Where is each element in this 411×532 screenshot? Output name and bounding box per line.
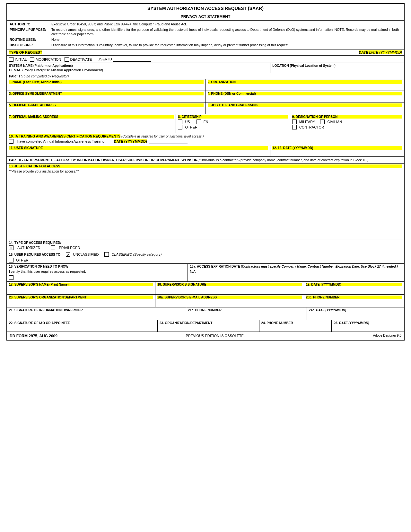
- other-access-checkbox[interactable]: [9, 258, 13, 262]
- field20b-input[interactable]: [306, 299, 402, 306]
- deactivate-checkbox[interactable]: [65, 57, 69, 62]
- field23-input[interactable]: [160, 325, 257, 331]
- citizenship-fn-label: FN: [204, 120, 208, 124]
- ia-date-input[interactable]: [149, 139, 188, 144]
- field1-input[interactable]: [9, 84, 204, 90]
- ia-checkbox[interactable]: [9, 139, 13, 144]
- field20b-cell: 20b. PHONE NUMBER: [304, 295, 404, 307]
- location-cell: LOCATION (Physical Location of System): [270, 63, 404, 73]
- field6-input[interactable]: [208, 107, 402, 113]
- authorized-checkbox[interactable]: [9, 245, 13, 250]
- field16a-value: N/A: [190, 270, 402, 273]
- field15-label: 15. USER REQUIRES ACCESS TO:: [9, 253, 61, 256]
- principal-purpose-label: PRINCIPAL PURPOSE:: [10, 27, 51, 37]
- field21b-input[interactable]: [309, 312, 402, 319]
- modification-checkbox-row: MODIFICATION: [30, 57, 61, 62]
- justification-content[interactable]: **Please provide your justification for …: [9, 168, 402, 239]
- field5-input[interactable]: [9, 107, 204, 113]
- field22-input[interactable]: [9, 325, 155, 331]
- citizenship-other-checkbox[interactable]: [178, 125, 182, 129]
- part2-header: PART II - ENDORSEMENT OF ACCESS BY INFOR…: [7, 157, 404, 164]
- row-22-23-24-25: 22. SIGNATURE OF IAO OR APPOINTEE 23. OR…: [7, 320, 404, 332]
- deactivate-label: DEACTIVATE: [70, 58, 92, 61]
- modification-checkbox[interactable]: [30, 57, 34, 62]
- citizenship-options: US FN OTHER: [178, 120, 288, 129]
- field7-input[interactable]: [9, 119, 174, 132]
- ia-date-label: DATE (YYYYMMDD): [114, 139, 147, 143]
- field25-label: 25. DATE (YYYYMMDD): [334, 321, 402, 325]
- field2-cell: 2. ORGANIZATION: [206, 79, 404, 91]
- unclassified-checkbox[interactable]: [66, 252, 70, 257]
- field25-cell: 25. DATE (YYYYMMDD): [332, 320, 404, 332]
- field21a-input[interactable]: [188, 312, 305, 319]
- user-id-input[interactable]: [113, 57, 151, 62]
- initial-label: INITIAL: [15, 58, 27, 61]
- field16-checkbox[interactable]: [9, 275, 13, 280]
- field16-cell: 16. VERIFICATION OF NEED TO KNOW I certi…: [7, 264, 188, 281]
- system-name-value: PEMAE (Policy Enterprise Mission Applica…: [9, 68, 268, 72]
- request-checkboxes-row: INITIAL MODIFICATION DEACTIVATE USER ID: [7, 56, 404, 63]
- field15-row: 15. USER REQUIRES ACCESS TO: UNCLASSIFIE…: [7, 251, 404, 264]
- designation-civilian-label: CIVILIAN: [327, 120, 342, 124]
- designation-civilian-checkbox[interactable]: [320, 120, 325, 124]
- field20a-input[interactable]: [157, 299, 302, 306]
- designation-military-checkbox[interactable]: [292, 120, 297, 124]
- field20-input[interactable]: [9, 299, 153, 306]
- field8-cell: 8. CITIZENSHIP US FN OTHER: [176, 114, 290, 133]
- row-16: 16. VERIFICATION OF NEED TO KNOW I certi…: [7, 264, 404, 282]
- citizenship-us-checkbox[interactable]: [178, 120, 182, 124]
- field14-label: 14. TYPE OF ACCESS REQUIRED:: [9, 241, 402, 244]
- field20-label: 20. SUPERVISOR'S ORGANIZATION/DEPARTMENT: [9, 296, 153, 299]
- row-5-6: 5. OFFICIAL E-MAIL ADDRESS 6. JOB TITLE …: [7, 102, 404, 114]
- field16-text: I certify that this user requires access…: [9, 270, 186, 273]
- citizenship-other-label: OTHER: [185, 125, 197, 129]
- field18-input[interactable]: [157, 286, 302, 293]
- footer-form: DD FORM 2875, AUG 2009: [10, 334, 57, 338]
- field13-label: 13. JUSTIFICATION FOR ACCESS: [9, 164, 402, 168]
- row-7-8-9: 7. OFFICIAL MAILING ADDRESS 8. CITIZENSH…: [7, 114, 404, 133]
- field17-input[interactable]: [9, 286, 153, 293]
- field17-cell: 17. SUPERVISOR'S NAME (Print Name): [7, 282, 155, 294]
- field25-input[interactable]: [334, 325, 402, 331]
- field20a-label: 20a. SUPERVISOR'S E-MAIL ADDRESS: [157, 296, 302, 299]
- row-3-4: 3. OFFICE SYMBOL/DEPARTMENT 4. PHONE (DS…: [7, 91, 404, 102]
- form-container: SYSTEM AUTHORIZATION ACCESS REQUEST (SAA…: [6, 3, 405, 341]
- field19-input[interactable]: [306, 286, 402, 293]
- field12-cell: 12. 12. DATE (YYYYMMDD): [270, 145, 404, 156]
- field11-label: 11. USER SIGNATURE: [9, 146, 268, 150]
- field2-input[interactable]: [208, 84, 402, 90]
- field10-sub: (Complete as required for user or functi…: [121, 135, 204, 138]
- field24-input[interactable]: [261, 325, 330, 331]
- field5-cell: 5. OFFICIAL E-MAIL ADDRESS: [7, 102, 206, 114]
- field9-label: 9. DESIGNATION OF PERSON: [292, 115, 402, 119]
- field23-cell: 23. ORGANIZATION/DEPARTMENT: [158, 320, 259, 332]
- designation-contractor-checkbox[interactable]: [292, 125, 297, 129]
- initial-checkbox[interactable]: [9, 57, 13, 62]
- field4-input[interactable]: [208, 95, 402, 101]
- citizenship-us-label: US: [185, 120, 190, 124]
- field21a-label: 21a. PHONE NUMBER: [188, 308, 305, 312]
- designation-military-label: MILITARY: [299, 120, 315, 124]
- field19-cell: 19. DATE (YYYYMMDD): [304, 282, 404, 294]
- field3-input[interactable]: [9, 95, 204, 101]
- citizenship-fn-checkbox[interactable]: [197, 120, 201, 124]
- field11-input[interactable]: [9, 150, 268, 155]
- field1-label: 1. NAME (Last, First, Middle Initial): [9, 80, 204, 84]
- field21-label: 21. SIGNATURE OF INFORMATION OWNER/OPR: [9, 308, 184, 312]
- field12-input[interactable]: [272, 150, 402, 155]
- designation-options: MILITARY CIVILIAN CONTRACTOR: [292, 120, 402, 129]
- designation-contractor-label: CONTRACTOR: [299, 125, 324, 129]
- classified-label: CLASSIFIED (Specify category): [111, 253, 162, 256]
- footer-center: PREVIOUS EDITION IS OBSOLETE.: [186, 334, 245, 338]
- field16a-cell: 16a. ACCESS EXPIRATION DATE (Contractors…: [188, 264, 404, 281]
- field7-cell: 7. OFFICIAL MAILING ADDRESS: [7, 114, 176, 133]
- field20a-cell: 20a. SUPERVISOR'S E-MAIL ADDRESS: [155, 295, 304, 307]
- field21-input[interactable]: [9, 312, 184, 319]
- row-20-20a-20b: 20. SUPERVISOR'S ORGANIZATION/DEPARTMENT…: [7, 295, 404, 307]
- privileged-checkbox[interactable]: [51, 245, 55, 250]
- field24-cell: 24. PHONE NUMBER: [259, 320, 332, 332]
- ia-check-label: I have completed Annual Information Awar…: [15, 139, 105, 143]
- classified-checkbox[interactable]: [104, 252, 109, 257]
- field11-cell: 11. USER SIGNATURE: [7, 145, 270, 156]
- user-id-label: USER ID: [98, 57, 112, 61]
